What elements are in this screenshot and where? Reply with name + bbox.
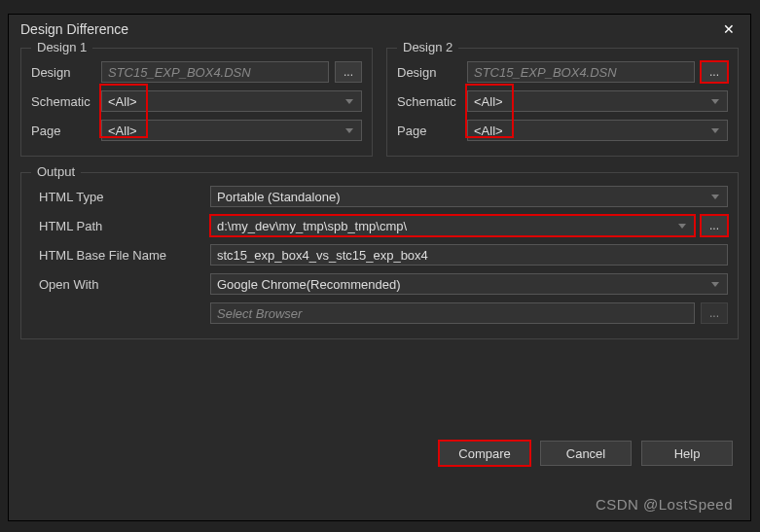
- design1-page-label: Page: [31, 124, 101, 138]
- design1-browse-button[interactable]: ...: [335, 61, 362, 83]
- design2-page-value: <All>: [474, 124, 503, 138]
- design2-browse-button[interactable]: ...: [701, 61, 728, 83]
- html-type-label: HTML Type: [39, 190, 210, 204]
- output-legend: Output: [31, 164, 81, 179]
- cancel-button[interactable]: Cancel: [540, 441, 632, 466]
- open-with-value: Google Chrome(Recommended): [217, 277, 401, 292]
- design1-schematic-dropdown[interactable]: <All>: [101, 90, 362, 112]
- html-path-label: HTML Path: [39, 219, 210, 233]
- dialog-title: Design Difference: [20, 21, 719, 37]
- dialog-content: Design 1 Design STC15_EXP_BOX4.DSN ... S…: [9, 44, 750, 351]
- output-group: Output HTML Type Portable (Standalone) H…: [20, 172, 739, 339]
- titlebar: Design Difference ✕: [9, 15, 750, 44]
- watermark: CSDN @LostSpeed: [596, 496, 733, 513]
- design2-schematic-value: <All>: [474, 94, 503, 109]
- compare-button[interactable]: Compare: [439, 441, 530, 466]
- design1-schematic-value: <All>: [108, 94, 137, 109]
- design2-legend: Design 2: [397, 40, 458, 54]
- design2-design-label: Design: [397, 65, 467, 80]
- design1-design-label: Design: [31, 65, 101, 80]
- design1-group: Design 1 Design STC15_EXP_BOX4.DSN ... S…: [20, 48, 373, 157]
- select-browser-browse-button[interactable]: ...: [701, 302, 728, 324]
- design1-legend: Design 1: [31, 40, 92, 54]
- html-path-value: d:\my_dev\my_tmp\spb_tmp\cmp\: [217, 219, 407, 233]
- html-path-browse-button[interactable]: ...: [701, 215, 728, 236]
- design2-group: Design 2 Design STC15_EXP_BOX4.DSN ... S…: [386, 48, 739, 157]
- design2-design-field[interactable]: STC15_EXP_BOX4.DSN: [467, 61, 695, 83]
- html-base-label: HTML Base File Name: [39, 248, 210, 263]
- html-path-dropdown[interactable]: d:\my_dev\my_tmp\spb_tmp\cmp\: [210, 215, 695, 236]
- html-type-value: Portable (Standalone): [217, 190, 340, 204]
- design1-page-value: <All>: [108, 124, 137, 138]
- design1-page-dropdown[interactable]: <All>: [101, 120, 362, 141]
- help-button[interactable]: Help: [641, 441, 733, 466]
- design-difference-dialog: Design Difference ✕ Design 1 Design STC1…: [8, 14, 751, 521]
- button-row: Compare Cancel Help: [9, 429, 750, 466]
- design2-schematic-dropdown[interactable]: <All>: [467, 90, 728, 112]
- design2-schematic-label: Schematic: [397, 94, 467, 109]
- open-with-dropdown[interactable]: Google Chrome(Recommended): [210, 273, 728, 295]
- design1-design-field[interactable]: STC15_EXP_BOX4.DSN: [101, 61, 329, 83]
- design2-page-dropdown[interactable]: <All>: [467, 120, 728, 141]
- design1-schematic-label: Schematic: [31, 94, 101, 109]
- html-type-dropdown[interactable]: Portable (Standalone): [210, 186, 728, 207]
- close-icon[interactable]: ✕: [719, 19, 739, 39]
- html-base-field[interactable]: stc15_exp_box4_vs_stc15_exp_box4: [210, 244, 728, 266]
- open-with-label: Open With: [39, 277, 210, 292]
- select-browser-field[interactable]: Select Browser: [210, 302, 695, 324]
- design2-page-label: Page: [397, 124, 467, 138]
